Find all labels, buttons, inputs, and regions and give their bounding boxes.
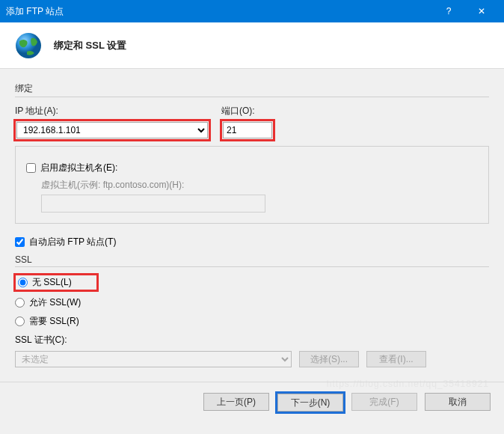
autostart-label: 自动启动 FTP 站点(T) — [29, 236, 116, 248]
globe-icon — [13, 31, 43, 61]
page-title: 绑定和 SSL 设置 — [54, 39, 126, 52]
ip-address-label: IP 地址(A): — [15, 105, 209, 117]
enable-vhost-label: 启用虚拟主机名(E): — [40, 162, 117, 174]
help-button[interactable]: ? — [432, 0, 465, 22]
port-input[interactable] — [223, 122, 272, 138]
cert-select-button: 选择(S)... — [299, 351, 359, 367]
window-title: 添加 FTP 站点 — [6, 5, 432, 18]
ssl-require-label: 需要 SSL(R) — [29, 315, 79, 328]
prev-button[interactable]: 上一页(P) — [203, 393, 269, 411]
close-icon: ✕ — [478, 6, 485, 16]
ssl-none-radio[interactable] — [18, 278, 28, 287]
binding-divider — [15, 97, 489, 97]
ssl-section-label: SSL — [15, 254, 489, 265]
ssl-cert-label: SSL 证书(C): — [15, 334, 489, 346]
ssl-allow-radio[interactable] — [15, 298, 25, 308]
wizard-footer: 上一页(P) 下一步(N) 完成(F) 取消 — [0, 382, 504, 423]
cancel-button[interactable]: 取消 — [425, 393, 491, 411]
wizard-content: 绑定 IP 地址(A): 192.168.1.101 端口(O): — [0, 69, 504, 382]
ip-address-select[interactable]: 192.168.1.101 — [16, 122, 208, 138]
binding-section-label: 绑定 — [15, 82, 489, 95]
ssl-require-radio[interactable] — [15, 317, 25, 326]
close-button[interactable]: ✕ — [465, 0, 498, 22]
enable-vhost-checkbox[interactable] — [26, 163, 36, 173]
wizard-header: 绑定和 SSL 设置 — [0, 22, 504, 69]
help-icon: ? — [446, 6, 452, 16]
port-label: 端口(O): — [221, 105, 274, 117]
ssl-divider — [15, 266, 489, 267]
ssl-cert-select: 未选定 — [15, 351, 292, 367]
cert-view-button: 查看(I)... — [366, 351, 426, 367]
vhost-hint-label: 虚拟主机(示例: ftp.contoso.com)(H): — [41, 179, 478, 192]
ssl-allow-label: 允许 SSL(W) — [29, 296, 81, 309]
next-button[interactable]: 下一步(N) — [277, 394, 343, 412]
binding-fieldset: IP 地址(A): 192.168.1.101 端口(O): 启用虚拟主机名(E… — [15, 105, 489, 224]
vhost-input-disabled — [41, 195, 265, 213]
ssl-none-label: 无 SSL(L) — [32, 276, 72, 289]
autostart-checkbox[interactable] — [15, 237, 25, 247]
titlebar: 添加 FTP 站点 ? ✕ — [0, 0, 504, 22]
finish-button: 完成(F) — [351, 393, 417, 411]
